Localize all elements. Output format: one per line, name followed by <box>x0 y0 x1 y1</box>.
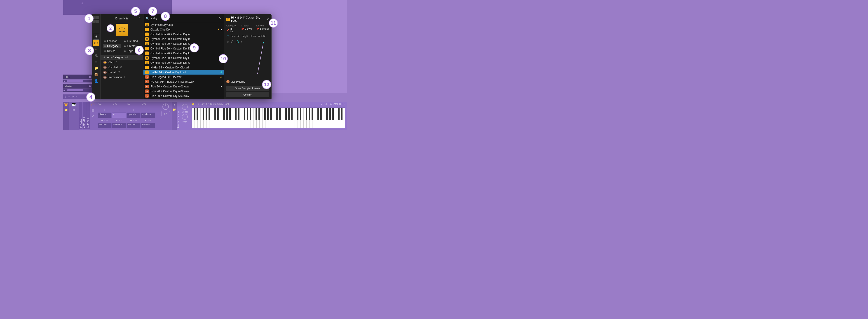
filter-device[interactable]: ✱Device <box>103 49 121 53</box>
result-item[interactable]: Cymbal Ride 20 K Custom Dry B <box>144 37 224 41</box>
search-clear-icon[interactable]: ✕ <box>219 17 222 20</box>
pad-mute[interactable]: M <box>135 119 137 122</box>
result-item[interactable]: ∿Ride 20 K Custom Dry A 01.wav <box>144 84 224 89</box>
result-item[interactable]: Cymbal Ride 20 K Custom Dry F <box>144 56 224 60</box>
strip-plug-icon[interactable]: 🔌 <box>93 53 99 59</box>
filter-category[interactable]: ✱Category <box>103 44 121 48</box>
result-item[interactable]: Classic Clap Dry★ <box>144 27 224 32</box>
pad-cell[interactable]: Snare AS... <box>112 123 126 128</box>
pad-cell[interactable]: Hi-Hat A... <box>141 123 155 128</box>
pad-solo[interactable]: S <box>147 119 149 122</box>
menu-icon[interactable]: ▤ <box>92 108 94 112</box>
pad-cell[interactable]: Hi-Hat A... <box>98 113 112 118</box>
search-icon[interactable]: 🔍 <box>146 17 150 20</box>
toolbar-refresh-icon[interactable]: ↻ <box>72 95 74 98</box>
strip-package-icon[interactable]: 📦 <box>93 72 99 77</box>
pad-mute[interactable]: M <box>150 119 151 122</box>
pad-cell[interactable]: Percussi... <box>126 123 141 128</box>
color-swatch[interactable] <box>231 40 234 43</box>
grid-icon[interactable]: ▦ <box>72 108 75 111</box>
result-item[interactable]: Cymbal Ride 20 K Custom Dry A <box>144 32 224 37</box>
pad-play-icon[interactable]: ▶ <box>130 119 132 122</box>
pad-mute[interactable]: M <box>106 119 108 122</box>
result-item[interactable]: Hi-Hat 14 K Custom Dry Foot <box>144 70 224 74</box>
folder-icon[interactable]: 📁 <box>192 102 195 105</box>
favorite-star-icon[interactable]: ★ <box>218 28 220 31</box>
pad-add[interactable]: + <box>141 108 155 112</box>
result-item[interactable]: Hi-Hat 14 K Custom Dry Closed <box>144 65 224 70</box>
vertical-label-project[interactable]: PROJECT <box>79 102 83 129</box>
select-knob[interactable] <box>182 104 188 110</box>
pitch-knob[interactable] <box>182 114 188 120</box>
half-moon-icon[interactable]: ◗ <box>174 103 175 106</box>
result-item[interactable]: Cymbal Ride 20 K Custom Dry C <box>144 41 224 46</box>
category-any[interactable]: ✱Any Category65 <box>100 55 143 60</box>
pin-icon[interactable]: 📌 <box>226 29 229 31</box>
piano-keyboard[interactable] <box>192 107 345 128</box>
category-percussion[interactable]: ◒Percussion1 <box>100 75 143 80</box>
category-clap[interactable]: 👏Clap3 <box>100 60 143 65</box>
strip-drum-icon[interactable] <box>93 40 99 46</box>
tag[interactable]: acoustic <box>231 35 240 37</box>
pad-cell-selected[interactable]: A1 <box>112 113 126 118</box>
pad-add[interactable]: + <box>126 108 141 112</box>
pad-play-icon[interactable]: ▶ <box>116 119 118 122</box>
pad-add[interactable]: + <box>98 108 112 112</box>
vertical-label-kit1[interactable]: ASM KIT 1 <box>83 102 86 129</box>
pad-mute[interactable]: M <box>121 119 122 122</box>
strip-box-icon[interactable]: ▭ <box>93 59 99 65</box>
tag[interactable]: bright <box>242 35 248 37</box>
vertical-label-kit2[interactable]: ASM Kit 1 <box>86 102 90 129</box>
result-item[interactable]: ∿Clap Legend 808 Dry.wav★ <box>144 74 224 79</box>
filter-location[interactable]: ✱Location <box>103 39 121 43</box>
pad-cell[interactable]: Cymbal A... <box>126 113 141 118</box>
folder-icon[interactable]: 📁 <box>64 108 68 111</box>
piano-icon[interactable]: 🎹 <box>72 103 76 106</box>
category-hihat[interactable]: ◐Hi-hat26 <box>100 70 143 75</box>
result-item[interactable]: ∿Ride 20 K Custom Dry A 03.wav <box>144 94 224 98</box>
result-item[interactable]: Cymbal Ride 20 K Custom Dry E <box>144 51 224 56</box>
strip-star-icon[interactable]: ✱ <box>93 34 99 39</box>
color-swatch-cyan[interactable] <box>236 40 239 43</box>
toolbar-close-icon[interactable]: ✕ <box>76 95 78 98</box>
expand-icon[interactable]: ⤢ <box>92 114 94 118</box>
search-dropdown-icon[interactable]: ▾ <box>151 17 152 20</box>
track-fx1[interactable]: FX 1 <box>63 74 92 79</box>
power-button[interactable] <box>91 103 94 106</box>
favorite-star-icon[interactable]: ★ <box>220 75 222 78</box>
tag[interactable]: metallic <box>257 35 266 37</box>
pin-icon[interactable]: 📌 <box>241 28 244 30</box>
pad-add[interactable]: + <box>112 108 126 112</box>
pad-solo[interactable]: S <box>133 119 134 122</box>
result-item[interactable]: Cymbal Ride 20 K Custom Dry G <box>144 60 224 65</box>
add-track-plus[interactable]: + <box>81 1 83 5</box>
result-item[interactable]: Cymbal Ride 20 K Custom Dry D <box>144 46 224 51</box>
favorite-star-icon[interactable]: ☆ <box>138 17 141 20</box>
pad-solo[interactable]: S <box>104 119 105 122</box>
folder-icon[interactable]: 📁 <box>173 108 176 111</box>
info-close-icon[interactable]: ✕ <box>267 18 269 21</box>
crown-icon[interactable]: 👑 <box>64 103 68 106</box>
confirm-button[interactable]: Confirm <box>226 92 269 97</box>
result-item[interactable]: Synthetic Dry Clap <box>144 22 224 27</box>
result-item[interactable]: ∿RC Cut 054 Pnotap Dry Illspark.wav <box>144 79 224 84</box>
filter-file-kind[interactable]: ✱File Kind <box>123 39 141 43</box>
pad-play-icon[interactable]: ▶ <box>101 119 103 122</box>
pad-cell[interactable]: Cymbal A... <box>141 113 155 118</box>
result-item[interactable]: ∿Ride 20 K Custom Dry A 02.wav <box>144 89 224 94</box>
toolbar-list-icon[interactable]: ≡ <box>68 95 70 98</box>
volume-knob[interactable] <box>162 103 169 110</box>
strip-user-icon[interactable]: 👤 <box>93 78 99 84</box>
tag[interactable]: clean <box>250 35 256 37</box>
track-master[interactable]: Master <box>63 84 92 89</box>
pad-play-icon[interactable]: ▶ <box>145 119 146 122</box>
toolbar-swap-icon[interactable]: ⇅ <box>64 95 66 98</box>
fx-button[interactable]: FX <box>161 111 170 116</box>
pad-solo[interactable]: S <box>118 119 120 122</box>
favorite-star-icon[interactable]: ☆ <box>226 40 229 43</box>
pin-icon[interactable]: 📌 <box>256 28 259 30</box>
category-cymbal[interactable]: ◉Cymbal35 <box>100 65 143 70</box>
strip-folder-icon[interactable]: 📁 <box>93 65 99 71</box>
pad-cell[interactable]: Percussi... <box>98 123 112 128</box>
add-color-icon[interactable]: + <box>241 40 242 43</box>
